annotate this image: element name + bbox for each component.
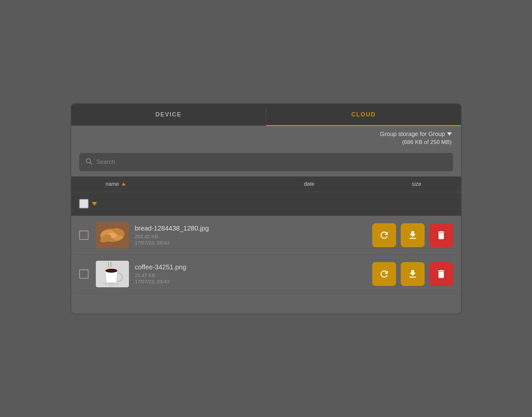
refresh-button-2[interactable] xyxy=(372,262,396,286)
storage-usage-label: (686 KB of 250 MB) xyxy=(81,139,452,146)
tab-cloud[interactable]: CLOUD xyxy=(266,104,461,125)
file-checkbox-1[interactable] xyxy=(79,231,89,240)
file-info-1: bread-1284438_1280.jpg 202.42 KB 17/07/2… xyxy=(135,225,372,245)
sort-asc-icon xyxy=(122,182,126,185)
file-size-2: 21.47 KB xyxy=(135,272,372,278)
bottom-padding xyxy=(71,294,461,313)
file-checkbox-wrap-1 xyxy=(79,231,96,240)
storage-group-chevron-icon[interactable] xyxy=(447,132,452,136)
app-container: DEVICE CLOUD Group storage for Group (68… xyxy=(71,103,462,314)
storage-group-label: Group storage for Group xyxy=(380,131,445,138)
col-header-date[interactable]: date xyxy=(238,181,380,187)
delete-button-2[interactable] xyxy=(429,262,453,286)
select-dropdown-icon[interactable] xyxy=(92,202,97,206)
column-headers: name date size xyxy=(71,176,461,192)
svg-point-10 xyxy=(105,269,117,273)
file-thumb-2 xyxy=(96,261,129,287)
download-button-2[interactable] xyxy=(401,262,425,286)
file-checkbox-2[interactable] xyxy=(79,269,89,279)
file-thumb-1 xyxy=(96,222,129,248)
select-all-checkbox[interactable] xyxy=(79,199,89,208)
delete-button-1[interactable] xyxy=(429,223,453,247)
search-icon xyxy=(85,158,92,167)
search-bar xyxy=(79,153,453,171)
storage-group: Group storage for Group xyxy=(81,131,452,138)
select-all-area xyxy=(79,199,142,208)
col-header-size[interactable]: size xyxy=(380,181,453,187)
select-all-row xyxy=(71,192,461,216)
svg-line-1 xyxy=(90,162,92,164)
tab-bar: DEVICE CLOUD xyxy=(71,104,461,126)
file-actions-1 xyxy=(372,223,453,247)
tab-device[interactable]: DEVICE xyxy=(71,104,266,125)
file-name-2: coffee-34251.png xyxy=(135,263,372,271)
table-row: coffee-34251.png 21.47 KB 17/07/23, 09:4… xyxy=(71,255,461,294)
file-size-1: 202.42 KB xyxy=(135,234,372,239)
download-button-1[interactable] xyxy=(401,223,425,247)
file-date-1: 17/07/23, 09:43 xyxy=(135,240,372,245)
file-date-2: 17/07/23, 09:43 xyxy=(135,279,372,284)
file-list: bread-1284438_1280.jpg 202.42 KB 17/07/2… xyxy=(71,216,461,294)
file-checkbox-wrap-2 xyxy=(79,269,96,279)
file-actions-2 xyxy=(372,262,453,286)
svg-point-11 xyxy=(103,282,120,286)
file-name-1: bread-1284438_1280.jpg xyxy=(135,225,372,232)
file-info-2: coffee-34251.png 21.47 KB 17/07/23, 09:4… xyxy=(135,263,372,284)
table-row: bread-1284438_1280.jpg 202.42 KB 17/07/2… xyxy=(71,216,461,255)
search-input[interactable] xyxy=(96,159,447,166)
refresh-button-1[interactable] xyxy=(372,223,396,247)
col-header-name[interactable]: name xyxy=(79,181,238,187)
storage-info: Group storage for Group (686 KB of 250 M… xyxy=(71,126,461,148)
